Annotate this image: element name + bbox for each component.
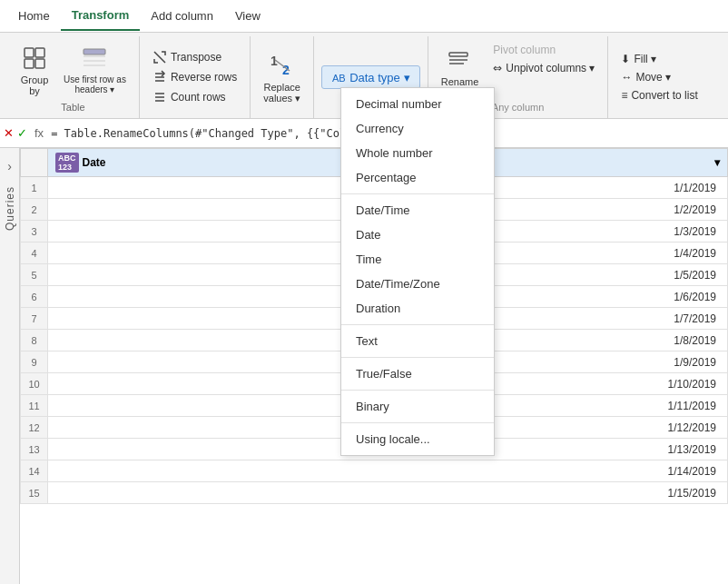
data-type-label: Data type xyxy=(349,71,400,84)
unpivot-columns-button[interactable]: ⇔ Unpivot columns ▾ xyxy=(487,60,600,76)
replace-values-button[interactable]: 1 2 Replacevalues ▾ xyxy=(258,47,306,108)
group-by-button[interactable]: Groupby xyxy=(15,40,54,100)
svg-rect-2 xyxy=(25,59,34,68)
reverse-rows-button[interactable]: Reverse rows xyxy=(147,68,242,86)
menu-bar: Home Transform Add column View xyxy=(0,0,728,33)
svg-rect-19 xyxy=(449,53,467,56)
fill-button[interactable]: ⬇ Fill ▾ xyxy=(615,51,703,67)
move-label: Move ▾ xyxy=(635,71,671,84)
pivot-column-button[interactable]: Pivot column xyxy=(487,42,600,58)
replace-values-label: Replacevalues ▾ xyxy=(263,82,300,104)
formula-fx: fx xyxy=(31,126,47,140)
use-first-row-icon xyxy=(80,44,109,73)
dropdown-duration[interactable]: Duration xyxy=(341,296,494,321)
group-by-icon xyxy=(20,44,49,73)
replace-values-icon: 1 2 xyxy=(268,51,297,80)
reverse-rows-icon xyxy=(152,70,167,84)
ribbon-group-transform: Transpose Reverse rows xyxy=(140,36,251,118)
data-type-button[interactable]: ABC Data type ▾ xyxy=(321,65,420,89)
sidebar-arrow[interactable]: › xyxy=(4,155,15,177)
reverse-rows-label: Reverse rows xyxy=(171,71,237,84)
any-column-label: Any column xyxy=(492,100,544,114)
divider-4 xyxy=(341,390,494,391)
dropdown-time[interactable]: Time xyxy=(341,247,494,272)
row-number: 3 xyxy=(21,221,48,243)
menu-view[interactable]: View xyxy=(224,2,271,30)
ribbon: Groupby Use first row asheaders ▾ Table xyxy=(0,33,728,119)
row-number: 7 xyxy=(21,308,48,330)
data-type-chevron: ▾ xyxy=(404,71,410,84)
row-number: 11 xyxy=(21,395,48,417)
sidebar-label: Queries xyxy=(4,186,16,231)
dropdown-datetime[interactable]: Date/Time xyxy=(341,198,494,223)
dropdown-truefalse[interactable]: True/False xyxy=(341,361,494,386)
formula-x-icon[interactable]: ✕ xyxy=(4,126,14,140)
move-button[interactable]: ↔ Move ▾ xyxy=(615,69,703,85)
pivot-column-label: Pivot column xyxy=(493,44,556,56)
col-dropdown-icon[interactable]: ▾ xyxy=(714,156,720,169)
row-number: 1 xyxy=(21,177,48,199)
row-number: 5 xyxy=(21,264,48,286)
convert-icon: ≡ xyxy=(621,89,627,102)
rename-button[interactable]: Rename xyxy=(436,42,485,91)
convert-to-list-button[interactable]: ≡ Convert to list xyxy=(615,87,703,104)
date-col-label: Date xyxy=(83,156,106,169)
dropdown-text[interactable]: Text xyxy=(341,329,494,353)
transpose-icon xyxy=(152,50,167,64)
dropdown-datetimezone[interactable]: Date/Time/Zone xyxy=(341,272,494,296)
unpivot-icon: ⇔ xyxy=(493,62,502,74)
dropdown-currency[interactable]: Currency xyxy=(341,116,494,141)
dropdown-locale[interactable]: Using locale... xyxy=(341,427,494,451)
date-cell: 1/15/2019 xyxy=(48,482,728,504)
count-rows-button[interactable]: Count rows xyxy=(147,88,242,106)
row-number: 10 xyxy=(21,373,48,395)
convert-label: Convert to list xyxy=(631,89,697,102)
ribbon-group-replace: 1 2 Replacevalues ▾ xyxy=(251,36,314,118)
transpose-label: Transpose xyxy=(171,51,221,64)
data-type-dropdown: Decimal number Currency Whole number Per… xyxy=(340,87,495,456)
row-num-header xyxy=(21,149,48,177)
count-rows-label: Count rows xyxy=(171,91,226,104)
formula-icons: ✕ ✓ xyxy=(4,126,27,140)
formula-check-icon[interactable]: ✓ xyxy=(17,126,27,140)
dropdown-percentage[interactable]: Percentage xyxy=(341,165,494,190)
row-number: 12 xyxy=(21,417,48,439)
svg-rect-4 xyxy=(84,49,105,54)
divider-2 xyxy=(341,324,494,325)
count-rows-icon xyxy=(152,90,167,104)
row-number: 14 xyxy=(21,460,48,482)
rename-icon xyxy=(446,45,475,74)
svg-rect-1 xyxy=(35,48,44,57)
dropdown-date[interactable]: Date xyxy=(341,223,494,247)
dropdown-whole[interactable]: Whole number xyxy=(341,141,494,165)
row-number: 9 xyxy=(21,351,48,373)
menu-home[interactable]: Home xyxy=(7,2,61,30)
menu-transform[interactable]: Transform xyxy=(61,1,141,31)
row-number: 8 xyxy=(21,330,48,351)
unpivot-columns-label: Unpivot columns ▾ xyxy=(506,62,595,74)
use-first-row-button[interactable]: Use first row asheaders ▾ xyxy=(58,40,132,98)
dropdown-binary[interactable]: Binary xyxy=(341,394,494,419)
row-number: 4 xyxy=(21,243,48,264)
table-group-label: Table xyxy=(61,100,84,114)
fill-icon: ⬇ xyxy=(621,53,630,65)
rename-label: Rename xyxy=(441,76,479,87)
divider-5 xyxy=(341,422,494,423)
row-number: 15 xyxy=(21,482,48,504)
divider-3 xyxy=(341,357,494,358)
ribbon-group-fill: ⬇ Fill ▾ ↔ Move ▾ ≡ Convert to list xyxy=(608,36,710,118)
fill-label: Fill ▾ xyxy=(634,53,656,65)
row-number: 13 xyxy=(21,439,48,460)
svg-text:ABC: ABC xyxy=(332,73,346,84)
group-by-label: Groupby xyxy=(21,74,49,96)
divider-1 xyxy=(341,193,494,194)
dropdown-decimal[interactable]: Decimal number xyxy=(341,92,494,116)
table-row: 15 1/15/2019 xyxy=(21,482,728,504)
table-row: 14 1/14/2019 xyxy=(21,460,728,482)
col-type-icon: ABC123 xyxy=(55,153,79,173)
menu-add-column[interactable]: Add column xyxy=(140,2,224,30)
transpose-button[interactable]: Transpose xyxy=(147,48,242,66)
date-cell: 1/14/2019 xyxy=(48,460,728,482)
row-number: 2 xyxy=(21,199,48,221)
svg-line-8 xyxy=(154,52,165,63)
